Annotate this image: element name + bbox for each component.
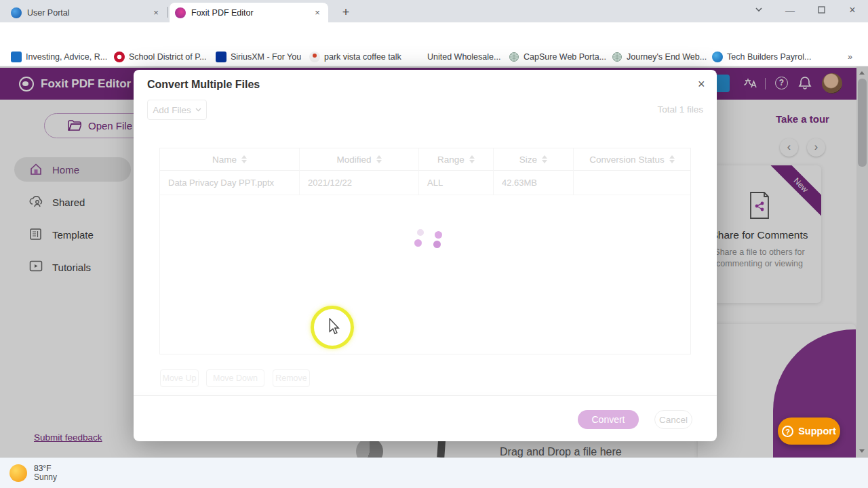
support-button[interactable]: ? Support [778,418,840,445]
move-up-button[interactable]: Move Up [160,369,199,387]
tab-close-icon[interactable]: × [151,7,161,18]
bookmark-item[interactable]: Journey's End Web... [612,47,707,66]
loading-dot [417,229,424,236]
browser-toolbar: pdfonline.foxit.com R ⋮ [0,22,868,47]
support-help-icon: ? [782,426,793,437]
bookmark-label: School District of P... [129,52,206,62]
bookmark-label: Tech Builders Payrol... [727,52,811,62]
loading-dot [433,241,441,248]
sort-icon[interactable] [469,155,475,163]
column-header-modified[interactable]: Modified [299,148,418,171]
modal-footer-divider [134,395,717,396]
mouse-cursor [328,318,342,336]
user-portal-favicon [11,7,22,18]
bookmark-label: CapSure Web Porta... [524,52,606,62]
bookmark-label: Investing, Advice, R... [26,52,107,62]
files-table: Name Modified Range Size Conversion Stat… [159,148,691,354]
modal-title: Convert Multiple Files [147,79,260,91]
convert-button[interactable]: Convert [578,410,639,429]
total-files-label: Total 1 files [657,104,703,115]
cell-size: 42.63MB [493,171,573,195]
bookmark-favicon [216,52,226,62]
cancel-button[interactable]: Cancel [654,410,692,429]
add-files-button[interactable]: Add Files [147,100,207,120]
tab-search-chevron-icon[interactable] [751,3,767,19]
taskbar: 83°F Sunny 5 [0,458,868,488]
bookmark-item[interactable]: SiriusXM - For You [216,47,301,66]
column-header-name[interactable]: Name [160,148,299,171]
bookmark-label: park vista coffee talk [324,52,401,62]
window-maximize-button[interactable] [813,3,829,19]
column-header-size[interactable]: Size [493,148,573,171]
bookmark-favicon [114,52,125,62]
bookmark-item[interactable]: Investing, Advice, R... [11,47,107,66]
bookmark-label: United Wholesale... [427,52,500,62]
sort-icon[interactable] [376,155,382,163]
modal-close-icon[interactable]: × [698,77,705,92]
loading-dot [435,231,442,239]
bookmark-globe-favicon [509,52,519,62]
screen: User Portal × Foxit PDF Editor × + — × [0,0,868,488]
tab-close-icon[interactable]: × [312,7,323,18]
weather-widget[interactable]: 83°F Sunny [9,464,57,482]
window-minimize-button[interactable]: — [782,3,798,19]
window-close-button[interactable]: × [844,3,861,19]
new-tab-button[interactable]: + [338,5,354,21]
tab-divider [167,7,168,18]
browser-tabstrip: User Portal × Foxit PDF Editor × + — × [0,0,868,22]
bookmark-item[interactable]: Tech Builders Payrol... [712,47,811,66]
loading-dot [414,239,422,247]
cell-name: Data Privacy Day PPT.pptx [160,171,299,195]
bookmark-item[interactable]: CapSure Web Porta... [509,47,606,66]
bookmark-favicon [712,52,723,62]
weather-condition: Sunny [34,473,57,482]
sort-icon[interactable] [542,155,547,163]
bookmarks-bar: Investing, Advice, R... School District … [0,47,868,66]
foxit-favicon [175,7,186,18]
chevron-down-icon [195,108,201,112]
sort-icon[interactable] [669,155,675,163]
column-header-conversion-status[interactable]: Conversion Status [573,148,690,171]
bookmark-label: Journey's End Web... [627,52,707,62]
tab-title: Foxit PDF Editor [191,8,312,18]
bookmark-item[interactable]: School District of P... [114,47,206,66]
add-files-label: Add Files [153,105,191,115]
bookmark-item[interactable]: United Wholesale... [427,47,500,66]
bookmark-item[interactable]: park vista coffee talk [309,47,401,66]
remove-button[interactable]: Remove [273,369,310,387]
cell-modified: 2021/12/22 [299,171,418,195]
table-header-row: Name Modified Range Size Conversion Stat… [160,148,690,171]
sort-icon[interactable] [241,155,247,163]
tab-user-portal[interactable]: User Portal × [5,3,167,22]
tab-title: User Portal [27,8,151,18]
bookmark-favicon [11,52,22,62]
table-row[interactable]: Data Privacy Day PPT.pptx 2021/12/22 ALL… [160,171,690,195]
cell-range: ALL [418,171,493,195]
bookmarks-overflow-icon[interactable]: » [848,47,852,66]
sun-icon [9,464,27,482]
column-header-range[interactable]: Range [418,148,493,171]
bookmark-globe-favicon [612,52,623,62]
cell-status [573,171,690,195]
bookmark-label: SiriusXM - For You [231,52,301,62]
bookmark-favicon [309,52,320,62]
move-down-button[interactable]: Move Down [206,369,264,387]
tab-foxit-pdf-editor[interactable]: Foxit PDF Editor × [170,3,328,22]
convert-multiple-files-modal: Convert Multiple Files × Add Files Total… [134,70,717,441]
support-label: Support [798,426,836,436]
